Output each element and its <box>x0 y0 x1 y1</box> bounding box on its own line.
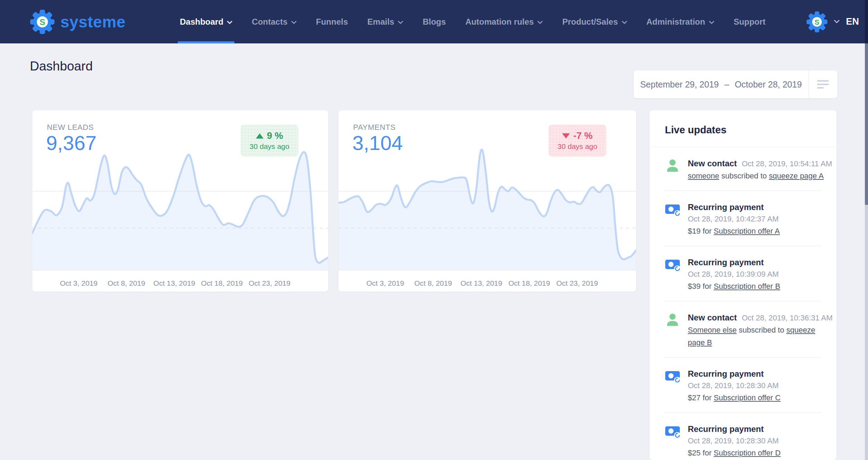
live-update-item: Recurring paymentOct 28, 2019, 10:28:30 … <box>650 358 836 412</box>
live-update-title: Recurring payment <box>688 201 764 213</box>
brand-gear-icon <box>30 9 55 34</box>
nav-item-label: Product/Sales <box>562 17 618 27</box>
chevron-down-icon <box>622 21 627 24</box>
card-label: NEW LEADS <box>47 123 94 132</box>
date-range-picker[interactable]: September 29, 2019–October 28, 2019 <box>634 70 837 98</box>
live-update-item: Recurring paymentOct 28, 2019, 10:39:09 … <box>650 246 836 301</box>
live-updates-panel: Live updates New contactOct 28, 2019, 10… <box>650 110 836 460</box>
lines-icon <box>817 80 829 82</box>
new-contact-icon <box>665 312 682 349</box>
page-title: Dashboard <box>30 59 93 74</box>
main-nav: DashboardContactsFunnelsEmailsBlogsAutom… <box>180 0 766 43</box>
live-update-title: Recurring payment <box>688 368 764 380</box>
live-update-timestamp: Oct 28, 2019, 10:54:11 AM <box>742 158 832 170</box>
chevron-down-icon <box>227 21 232 24</box>
live-update-item: New contactOct 28, 2019, 10:54:11 AMsome… <box>650 147 836 191</box>
payments-card: PAYMENTS 3,104 -7 % 30 days ago Oct 3, 2… <box>339 110 636 292</box>
nav-item-emails[interactable]: Emails <box>367 0 403 43</box>
new-contact-icon <box>665 158 682 182</box>
nav-item-blogs[interactable]: Blogs <box>423 0 446 43</box>
nav-item-label: Automation rules <box>465 17 534 27</box>
live-update-timestamp: Oct 28, 2019, 10:42:37 AM <box>688 213 825 225</box>
live-update-title: Recurring payment <box>688 423 764 435</box>
nav-item-automation-rules[interactable]: Automation rules <box>465 0 543 43</box>
live-update-link[interactable]: someone <box>688 172 719 180</box>
x-axis-tick: Oct 23, 2019 <box>249 279 290 287</box>
nav-item-label: Emails <box>367 17 394 27</box>
brand-name: systeme <box>60 12 126 31</box>
chevron-down-icon <box>709 21 714 24</box>
date-range-start: September 29, 2019 <box>640 80 719 89</box>
nav-item-label: Administration <box>646 17 705 27</box>
nav-item-product-sales[interactable]: Product/Sales <box>562 0 627 43</box>
new-leads-card: NEW LEADS 9,367 9 % 30 days ago Oct 3, 2… <box>32 110 328 292</box>
avatar-gear-icon <box>806 11 828 33</box>
x-axis-tick: Oct 13, 2019 <box>153 279 195 287</box>
language-selector[interactable]: EN <box>846 16 859 27</box>
x-axis-line <box>339 270 636 270</box>
user-avatar[interactable] <box>806 11 828 33</box>
x-axis-line <box>32 270 328 270</box>
nav-item-contacts[interactable]: Contacts <box>252 0 297 43</box>
live-update-link[interactable]: squeeze page A <box>769 172 824 180</box>
live-update-body: Someone else subscribed to squeeze page … <box>688 324 825 349</box>
chevron-down-icon <box>291 21 297 24</box>
live-update-link[interactable]: Someone else <box>688 326 737 334</box>
live-update-item: Recurring paymentOct 28, 2019, 10:42:37 … <box>650 191 836 246</box>
recurring-payment-icon <box>665 257 682 293</box>
live-update-body: $19 for Subscription offer A <box>688 225 825 237</box>
nav-item-label: Support <box>734 17 766 27</box>
area-fill <box>32 152 328 270</box>
live-update-body: $27 for Subscription offer C <box>688 392 825 404</box>
live-update-link[interactable]: Subscription offer C <box>714 393 781 402</box>
nav-item-administration[interactable]: Administration <box>646 0 714 43</box>
x-axis-tick: Oct 18, 2019 <box>508 279 550 287</box>
top-nav: systeme DashboardContactsFunnelsEmailsBl… <box>0 0 868 43</box>
dashboard-screen: systeme DashboardContactsFunnelsEmailsBl… <box>0 0 868 460</box>
date-range-separator: – <box>724 80 729 89</box>
change-percent: -7 % <box>573 131 593 141</box>
live-update-body: $39 for Subscription offer B <box>688 280 825 293</box>
trend-up-icon <box>256 133 264 139</box>
live-update-title: New contact <box>688 312 737 324</box>
live-update-timestamp: Oct 28, 2019, 10:28:30 AM <box>688 380 825 392</box>
date-range-text: September 29, 2019–October 28, 2019 <box>634 80 808 90</box>
x-axis-tick: Oct 8, 2019 <box>414 279 452 287</box>
live-update-link[interactable]: Subscription offer B <box>714 282 781 291</box>
live-update-link[interactable]: Subscription offer A <box>714 227 780 235</box>
live-update-item: Recurring paymentOct 28, 2019, 10:28:30 … <box>650 413 836 460</box>
live-update-body: someone subscribed to squeeze page A <box>688 170 825 182</box>
nav-item-label: Blogs <box>423 17 446 27</box>
live-updates-title: Live updates <box>650 110 836 147</box>
x-axis-labels: Oct 3, 2019Oct 8, 2019Oct 13, 2019Oct 18… <box>32 279 328 293</box>
x-axis-tick: Oct 3, 2019 <box>60 279 98 287</box>
nav-item-support[interactable]: Support <box>734 0 766 43</box>
x-axis-tick: Oct 8, 2019 <box>108 279 145 287</box>
x-axis-tick: Oct 18, 2019 <box>201 279 243 287</box>
user-menu-chevron-icon[interactable] <box>834 20 840 24</box>
chevron-down-icon <box>537 21 543 24</box>
nav-item-label: Contacts <box>252 17 287 27</box>
live-update-title: New contact <box>688 158 737 169</box>
live-update-timestamp: Oct 28, 2019, 10:36:31 AM <box>742 312 833 324</box>
date-range-end: October 28, 2019 <box>735 80 802 89</box>
live-update-timestamp: Oct 28, 2019, 10:28:30 AM <box>688 435 825 447</box>
nav-right: EN <box>806 0 859 43</box>
scrollbar-thumb[interactable] <box>865 43 868 205</box>
recurring-payment-icon <box>665 368 682 404</box>
recurring-payment-icon <box>665 423 682 459</box>
change-percent: 9 % <box>267 131 283 141</box>
x-axis-tick: Oct 13, 2019 <box>460 279 502 287</box>
nav-item-dashboard[interactable]: Dashboard <box>180 0 232 43</box>
x-axis-tick: Oct 23, 2019 <box>556 279 598 287</box>
new-leads-chart <box>32 147 328 270</box>
live-update-link[interactable]: Subscription offer D <box>714 449 781 457</box>
live-update-body: $25 for Subscription offer D <box>688 447 825 459</box>
payments-chart <box>339 147 636 270</box>
brand[interactable]: systeme <box>30 0 126 43</box>
area-fill <box>339 150 636 270</box>
recurring-payment-icon <box>665 201 682 237</box>
x-axis-labels: Oct 3, 2019Oct 8, 2019Oct 13, 2019Oct 18… <box>339 279 636 293</box>
nav-item-funnels[interactable]: Funnels <box>316 0 348 43</box>
date-range-options-button[interactable] <box>808 70 837 98</box>
